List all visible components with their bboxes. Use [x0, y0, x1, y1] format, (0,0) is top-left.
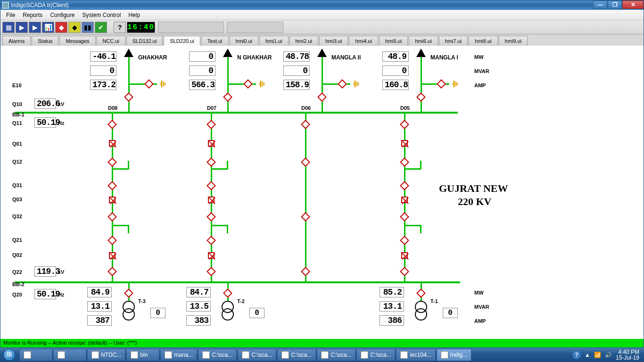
- taskbar-item-9[interactable]: C:\sca...: [356, 349, 395, 361]
- taskbar-item-0[interactable]: [19, 349, 52, 361]
- tb-btn-1[interactable]: ▦: [2, 22, 15, 33]
- taskbar-item-4[interactable]: mana...: [160, 349, 197, 361]
- trafo-brk-2[interactable]: [416, 288, 426, 298]
- bay-0-brk-5[interactable]: [107, 212, 117, 222]
- start-button[interactable]: [0, 348, 19, 362]
- taskbar-item-1[interactable]: [53, 349, 86, 361]
- bay-3-brk-5[interactable]: [400, 212, 409, 222]
- menu-reports[interactable]: Reports: [19, 11, 46, 19]
- tb-btn-2[interactable]: ▶: [16, 22, 28, 33]
- bay-3-brk-7[interactable]: [401, 252, 408, 259]
- feeder-iso-top-1[interactable]: [223, 92, 232, 102]
- ground-brk-3[interactable]: [437, 79, 446, 89]
- bay-0-brk-3[interactable]: [107, 181, 117, 190]
- bay-1-brk-0[interactable]: [206, 120, 216, 129]
- ground-brk-2[interactable]: [338, 79, 347, 89]
- toolbar-clock: 16:40: [127, 22, 155, 33]
- tab-hmi8[interactable]: hmi8.ui: [469, 36, 497, 46]
- tab-sld220[interactable]: SLD220.ui: [164, 36, 200, 46]
- transformer-2[interactable]: [414, 300, 428, 321]
- tab-hmi0[interactable]: hmi0.ui: [230, 36, 258, 46]
- taskbar-item-8[interactable]: C:\sca...: [317, 349, 355, 361]
- close-button[interactable]: ✕: [622, 0, 644, 9]
- menu-configure[interactable]: Configure: [46, 11, 78, 19]
- trafo-brk-1[interactable]: [223, 288, 232, 298]
- menu-help[interactable]: Help: [124, 11, 144, 19]
- taskbar-item-10[interactable]: iec104...: [396, 349, 435, 361]
- system-tray[interactable]: ? ▲ 📶 🔊 4:40 PM 15-Jul-19: [572, 349, 644, 361]
- bay-1-brk-6[interactable]: [206, 236, 216, 245]
- taskbar-item-2[interactable]: NTDC...: [87, 349, 125, 361]
- tab-hmi4[interactable]: hmi4.ui: [349, 36, 378, 46]
- bay-1-brk-8[interactable]: [206, 267, 216, 276]
- ground-brk-0[interactable]: [144, 79, 154, 89]
- trafo-brk-0[interactable]: [124, 288, 133, 298]
- tb-btn-5[interactable]: ◆: [55, 22, 67, 33]
- tb-btn-check[interactable]: ✔: [95, 22, 107, 33]
- taskbar-item-11[interactable]: Indig...: [437, 349, 471, 361]
- bay-1-brk-2[interactable]: [206, 157, 216, 167]
- transformer-1[interactable]: [221, 300, 234, 321]
- tb-btn-6[interactable]: ◆: [68, 22, 81, 33]
- tab-hmi3[interactable]: hmi3.ui: [319, 36, 348, 46]
- maximize-button[interactable]: ❐: [608, 0, 622, 9]
- tab-messages[interactable]: Messages: [59, 36, 95, 46]
- bay-2-brk-5[interactable]: [301, 212, 310, 222]
- bay-0-brk-2[interactable]: [107, 157, 117, 167]
- tab-hmi6[interactable]: hmi6.ui: [409, 36, 438, 46]
- bay-3-brk-0[interactable]: [400, 120, 409, 129]
- menu-file[interactable]: File: [2, 11, 19, 19]
- bay-1-brk-4[interactable]: [208, 197, 215, 203]
- bay-3-brk-2[interactable]: [400, 157, 409, 167]
- tab-hmi1[interactable]: hmi1.ui: [259, 36, 288, 46]
- bay-1-brk-5[interactable]: [206, 212, 216, 222]
- taskbar-item-7[interactable]: C:\sca...: [277, 349, 316, 361]
- tab-status[interactable]: Status: [32, 36, 58, 46]
- tab-test[interactable]: Test.ui: [201, 36, 229, 46]
- bay-0-brk-4[interactable]: [109, 197, 116, 203]
- bay-0-brk-8[interactable]: [107, 267, 117, 276]
- transformer-0[interactable]: [122, 300, 135, 321]
- bay-2-brk-2[interactable]: [301, 157, 310, 167]
- bay-2-brk-0[interactable]: [301, 120, 310, 129]
- feeder-iso-top-2[interactable]: [317, 92, 327, 102]
- taskbar-item-3[interactable]: bin: [126, 349, 159, 361]
- bay-3-brk-6[interactable]: [400, 236, 409, 245]
- taskbar-item-5[interactable]: C:\sca...: [198, 349, 237, 361]
- bay-3-brk-3[interactable]: [400, 181, 409, 190]
- bay-1-brk-7[interactable]: [208, 252, 215, 259]
- bay-3-brk-1[interactable]: [401, 140, 408, 147]
- bay-3-brk-8[interactable]: [400, 267, 409, 276]
- tab-hmi9[interactable]: hmi9.ui: [499, 36, 528, 46]
- tab-hmi5[interactable]: hmi5.ui: [379, 36, 408, 46]
- bay-0-brk-6[interactable]: [107, 236, 117, 245]
- tab-hmi7[interactable]: hmi7.ui: [439, 36, 468, 46]
- ground-brk-1[interactable]: [243, 79, 253, 89]
- bay-1-brk-3[interactable]: [206, 181, 216, 190]
- tray-clock[interactable]: 4:40 PM 15-Jul-19: [616, 349, 639, 361]
- tb-btn-pause[interactable]: ▮▮: [82, 22, 94, 33]
- bay-3-brk-4[interactable]: [401, 197, 408, 203]
- tab-hmi2[interactable]: hmi2.ui: [289, 36, 318, 46]
- tb-btn-4[interactable]: 📊: [42, 22, 54, 33]
- bay-1-brk-1[interactable]: [208, 140, 215, 147]
- titlebar[interactable]: IndigoSCADA tr(Client) — ❐ ✕: [0, 0, 644, 10]
- tb-btn-help[interactable]: ?: [114, 22, 126, 33]
- feeder-iso-top-3[interactable]: [416, 92, 426, 102]
- minimize-button[interactable]: —: [593, 0, 607, 9]
- bay-0-brk-0[interactable]: [107, 120, 117, 129]
- tray-flag-icon[interactable]: ▲: [585, 352, 590, 358]
- bay-0-brk-1[interactable]: [109, 140, 116, 147]
- taskbar-item-6[interactable]: C:\sca...: [238, 349, 276, 361]
- tab-alarms[interactable]: Alarms: [2, 36, 31, 46]
- bay-0-brk-7[interactable]: [109, 252, 116, 259]
- feeder-iso-top-0[interactable]: [124, 92, 133, 102]
- tray-network-icon[interactable]: 📶: [594, 352, 601, 358]
- menu-system-control[interactable]: System Control: [78, 11, 124, 19]
- tb-btn-3[interactable]: ▶: [29, 22, 41, 33]
- tab-sld132[interactable]: SLD132.ui: [126, 36, 163, 46]
- tray-volume-icon[interactable]: 🔊: [605, 352, 612, 358]
- tab-ncc[interactable]: NCC.ui: [97, 36, 125, 46]
- help-icon[interactable]: ?: [572, 351, 581, 359]
- bay-2-brk-8[interactable]: [301, 267, 310, 276]
